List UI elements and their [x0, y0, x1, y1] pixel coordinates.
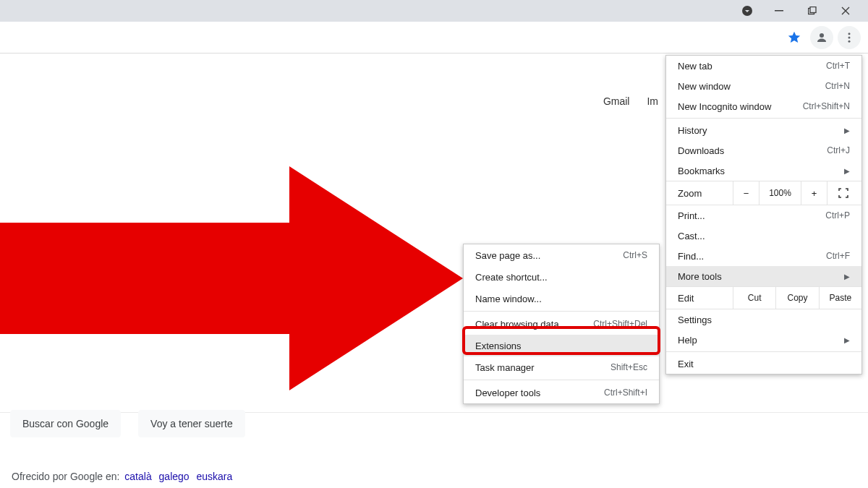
lang-link-galego[interactable]: galego [159, 471, 190, 482]
menu-cast[interactable]: Cast... [666, 226, 861, 246]
submenu-name-window[interactable]: Name window... [464, 288, 659, 309]
menu-separator [464, 380, 659, 380]
submenu-clear-data[interactable]: Clear browsing data...Ctrl+Shift+Del [464, 313, 659, 335]
lang-link-catala[interactable]: català [124, 471, 151, 482]
lang-link-euskara[interactable]: euskara [197, 471, 233, 482]
images-link[interactable]: Im [647, 95, 658, 107]
svg-point-7 [848, 40, 851, 42]
svg-point-6 [848, 36, 851, 38]
browser-toolbar [0, 22, 868, 53]
copy-button[interactable]: Copy [775, 287, 818, 309]
fullscreen-button[interactable] [827, 181, 859, 205]
gmail-link[interactable]: Gmail [603, 95, 630, 107]
menu-separator [666, 351, 861, 352]
bookmark-star-icon[interactable] [783, 26, 806, 49]
chrome-dropdown-icon[interactable] [739, 5, 755, 17]
svg-point-5 [848, 33, 851, 35]
menu-bookmarks[interactable]: Bookmarks▶ [666, 160, 861, 181]
chevron-right-icon: ▶ [844, 273, 850, 281]
svg-rect-1 [775, 10, 783, 12]
more-tools-submenu: Save page as...Ctrl+S Create shortcut...… [463, 244, 660, 404]
chrome-main-menu: New tabCtrl+T New windowCtrl+N New Incog… [665, 55, 862, 374]
chevron-right-icon: ▶ [844, 127, 850, 134]
chevron-right-icon: ▶ [844, 167, 850, 175]
maximize-button[interactable] [796, 0, 829, 22]
menu-exit[interactable]: Exit [666, 354, 861, 374]
menu-incognito[interactable]: New Incognito windowCtrl+Shift+N [666, 96, 861, 116]
fullscreen-icon [838, 188, 848, 198]
google-search-button[interactable]: Buscar con Google [10, 410, 121, 437]
chevron-right-icon: ▶ [844, 336, 850, 344]
language-offer: Ofrecido por Google en: català galego eu… [12, 471, 234, 482]
submenu-save-page[interactable]: Save page as...Ctrl+S [464, 244, 659, 266]
menu-separator [666, 118, 861, 119]
menu-new-tab[interactable]: New tabCtrl+T [666, 56, 861, 76]
svg-point-4 [820, 33, 824, 38]
menu-more-tools[interactable]: More tools▶ [666, 266, 861, 286]
svg-rect-3 [810, 7, 816, 13]
submenu-task-manager[interactable]: Task managerShift+Esc [464, 356, 659, 378]
cut-button[interactable]: Cut [733, 287, 775, 309]
submenu-devtools[interactable]: Developer toolsCtrl+Shift+I [464, 382, 659, 403]
minimize-button[interactable] [762, 0, 796, 22]
paste-button[interactable]: Paste [819, 287, 861, 309]
header-links: Gmail Im [603, 95, 658, 107]
menu-downloads[interactable]: DownloadsCtrl+J [666, 140, 861, 160]
menu-find[interactable]: Find...Ctrl+F [666, 246, 861, 266]
menu-separator [464, 311, 659, 312]
close-button[interactable] [829, 0, 862, 22]
zoom-label: Zoom [666, 188, 733, 199]
menu-help[interactable]: Help▶ [666, 330, 861, 350]
menu-settings[interactable]: Settings [666, 309, 861, 330]
offer-prefix: Ofrecido por Google en: [12, 471, 119, 482]
more-menu-button[interactable] [838, 26, 861, 49]
menu-history[interactable]: History▶ [666, 120, 861, 140]
zoom-in-button[interactable]: + [801, 181, 827, 205]
submenu-create-shortcut[interactable]: Create shortcut... [464, 266, 659, 288]
feeling-lucky-button[interactable]: Voy a tener suerte [138, 410, 245, 437]
profile-button[interactable] [810, 26, 833, 49]
zoom-value: 100% [759, 181, 801, 205]
search-buttons-row: Buscar con Google Voy a tener suerte [10, 410, 245, 437]
menu-edit-row: Edit Cut Copy Paste [666, 286, 861, 309]
menu-print[interactable]: Print...Ctrl+P [666, 205, 861, 226]
submenu-extensions[interactable]: Extensions [464, 335, 659, 356]
menu-new-window[interactable]: New windowCtrl+N [666, 76, 861, 96]
menu-zoom-row: Zoom − 100% + [666, 181, 861, 205]
zoom-out-button[interactable]: − [733, 181, 759, 205]
window-titlebar [0, 0, 868, 22]
edit-label: Edit [666, 287, 733, 309]
